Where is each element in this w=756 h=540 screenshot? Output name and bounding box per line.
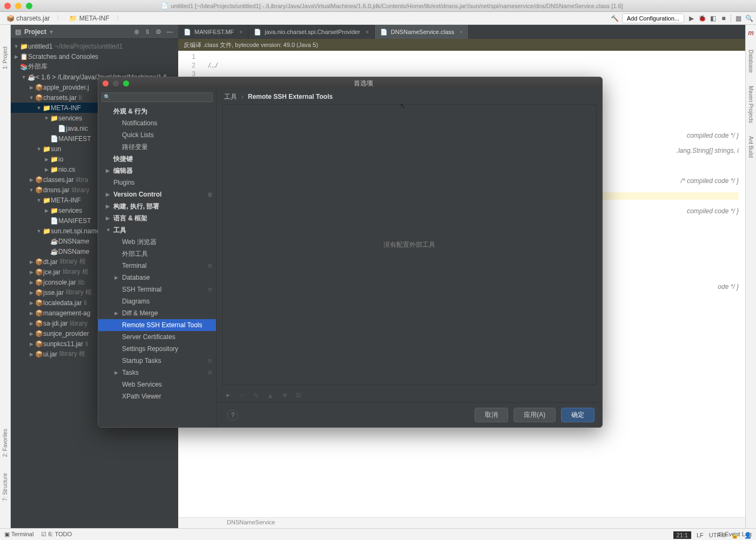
inspector-icon[interactable]: 👤 [744, 532, 752, 539]
tree-row[interactable]: ▶📋Scratches and Consoles [11, 51, 178, 62]
add-button[interactable]: ＋ [224, 390, 231, 400]
tool-project[interactable]: 1: Project [2, 46, 8, 69]
maximize-icon[interactable] [123, 80, 129, 86]
maximize-icon[interactable] [26, 3, 32, 9]
preferences-dialog: 首选项 🔍 外观 & 行为NotificationsQuick Lists路径变… [98, 77, 603, 428]
right-tool-stripe: m Database Maven Projects Ant Build [745, 25, 756, 528]
prefs-tree-item[interactable]: 快捷键 [98, 153, 216, 165]
prefs-category-tree[interactable]: 外观 & 行为NotificationsQuick Lists路径变量快捷键▶编… [98, 105, 216, 427]
line-separator[interactable]: LF [697, 532, 704, 538]
prefs-tree-item[interactable]: Remote SSH External Tools [98, 319, 216, 331]
encoding[interactable]: UTF-8 [709, 532, 726, 538]
tool-ant[interactable]: Ant Build [748, 136, 754, 158]
prefs-titlebar: 首选项 [98, 77, 602, 89]
editor-tab[interactable]: 📄DNSNameService.class× [375, 25, 469, 39]
traffic-lights [4, 3, 32, 9]
empty-message: 没有配置外部工具 [383, 240, 435, 249]
down-button[interactable]: ▼ [281, 392, 288, 400]
prefs-tree-item[interactable]: ▶Database [98, 272, 216, 284]
search-icon: 🔍 [104, 94, 110, 100]
apply-button[interactable]: 应用(A) [514, 408, 556, 422]
prefs-tree-item[interactable]: ▶语言 & 框架 [98, 212, 216, 224]
tool-database[interactable]: Database [748, 50, 754, 73]
prefs-tree-item[interactable]: Server Certificates [98, 331, 216, 343]
chevron-right-icon: 〉 [56, 14, 63, 23]
code-fragment: .lang.String[] strings, i [677, 147, 739, 154]
copy-button[interactable]: ⧉ [296, 391, 301, 400]
close-tab-icon[interactable]: × [366, 29, 369, 35]
project-panel-header: ▤ Project ▾ ⊕ ⥮ ⚙ — [11, 25, 178, 39]
run-icon[interactable]: ▶ [687, 15, 695, 22]
tool-terminal[interactable]: ▣ Terminal [4, 531, 33, 538]
prefs-tree-item[interactable]: 路径变量 [98, 141, 216, 153]
editor-tab[interactable]: 📄MANIFEST.MF× [178, 25, 248, 39]
gear-icon[interactable]: ⚙ [156, 28, 163, 36]
collapse-icon[interactable]: ⥮ [145, 28, 152, 36]
tool-favorites[interactable]: 2: Favorites [2, 429, 8, 457]
tool-structure[interactable]: 7: Structure [2, 473, 8, 501]
prefs-tree-item[interactable]: ▶Diff & Merge [98, 307, 216, 319]
prefs-title: 首选项 [129, 79, 598, 88]
minimize-icon[interactable] [15, 3, 22, 9]
prefs-tree-item[interactable]: Diagrams [98, 295, 216, 307]
close-tab-icon[interactable]: × [460, 29, 463, 35]
hammer-icon[interactable]: 🔨 [611, 15, 619, 22]
breadcrumb-item[interactable]: 📁 META-INF [66, 14, 112, 23]
remove-button[interactable]: － [239, 390, 246, 400]
left-tool-stripe: 1: Project 2: Favorites 7: Structure [0, 25, 11, 528]
prefs-tree-item[interactable]: ▶编辑器 [98, 165, 216, 177]
prefs-tree-item[interactable]: Terminal⎘ [98, 260, 216, 272]
tree-row[interactable]: ▼📁untitled1~/IdeaProjects/untitled1 [11, 41, 178, 51]
prefs-tree-item[interactable]: ▼工具 [98, 224, 216, 236]
caret-position[interactable]: 21:1 [673, 531, 691, 539]
prefs-tree-item[interactable]: Quick Lists [98, 129, 216, 141]
code-fragment: compiled code */ } [687, 207, 739, 215]
prefs-tree-item[interactable]: SSH Terminal⎘ [98, 284, 216, 295]
stop-icon[interactable]: ■ [720, 15, 727, 22]
search-icon[interactable]: 🔍 [745, 15, 753, 22]
status-bar: ▣ Terminal ☑ 6: TODO ⊟ Event Log [0, 528, 756, 540]
editor-tab[interactable]: 📄java.nio.charset.spi.CharsetProvider× [248, 25, 375, 39]
add-configuration-button[interactable]: Add Configuration... [622, 14, 684, 23]
up-button[interactable]: ▲ [267, 392, 274, 400]
close-tab-icon[interactable]: × [239, 29, 242, 35]
prefs-tree-item[interactable]: ▶Tasks⎘ [98, 367, 216, 379]
prefs-content-toolbar: ＋ － ✎ ▲ ▼ ⧉ [217, 388, 602, 402]
lock-icon[interactable]: 🔒 [731, 532, 739, 539]
close-icon[interactable] [4, 3, 11, 9]
editor-tabs: 📄MANIFEST.MF×📄java.nio.charset.spi.Chars… [178, 25, 745, 39]
code-fragment: /* compiled code */ } [681, 177, 739, 185]
prefs-tree-item[interactable]: 外观 & 行为 [98, 105, 216, 117]
prefs-tree-item[interactable]: Notifications [98, 117, 216, 129]
cancel-button[interactable]: 取消 [475, 408, 508, 422]
prefs-tree-item[interactable]: Web 浏览器 [98, 236, 216, 248]
close-icon[interactable] [103, 80, 109, 86]
edit-button[interactable]: ✎ [253, 392, 259, 400]
prefs-tree-item[interactable]: XPath Viewer [98, 390, 216, 402]
prefs-tree-item[interactable]: Settings Repository [98, 343, 216, 355]
tool-todo[interactable]: ☑ 6: TODO [41, 531, 72, 538]
prefs-tree-item[interactable]: 外部工具 [98, 248, 216, 260]
prefs-tree-item[interactable]: ▶构建, 执行, 部署 [98, 200, 216, 212]
tool-maven[interactable]: Maven Projects [748, 86, 754, 123]
hide-icon[interactable]: — [166, 28, 174, 36]
prefs-tree-item[interactable]: Startup Tasks⎘ [98, 355, 216, 367]
prefs-tree-item[interactable]: Web Services [98, 379, 216, 390]
prefs-search-input[interactable] [102, 92, 213, 102]
prefs-tree-item[interactable]: ▶Version Control⎘ [98, 188, 216, 200]
debug-icon[interactable]: 🐞 [698, 15, 706, 22]
m-icon: m [748, 29, 754, 37]
breadcrumb-item[interactable]: 📦 charsets.jar [3, 14, 53, 23]
layout-icon[interactable]: ▦ [734, 15, 742, 22]
code-fragment: ode */ } [718, 283, 739, 291]
prefs-tree-item[interactable]: Plugins [98, 177, 216, 188]
code-fragment: compiled code */ } [687, 132, 739, 139]
prefs-sidebar: 🔍 外观 & 行为NotificationsQuick Lists路径变量快捷键… [98, 89, 217, 427]
target-icon[interactable]: ⊕ [134, 28, 141, 36]
help-button[interactable]: ? [227, 410, 238, 421]
tree-row[interactable]: 📚外部库 [11, 62, 178, 72]
coverage-icon[interactable]: ◧ [709, 15, 717, 22]
chevron-right-icon: 〉 [116, 14, 123, 23]
editor-crumbbar[interactable]: DNSNameService [178, 517, 745, 528]
ok-button[interactable]: 确定 [561, 408, 595, 422]
